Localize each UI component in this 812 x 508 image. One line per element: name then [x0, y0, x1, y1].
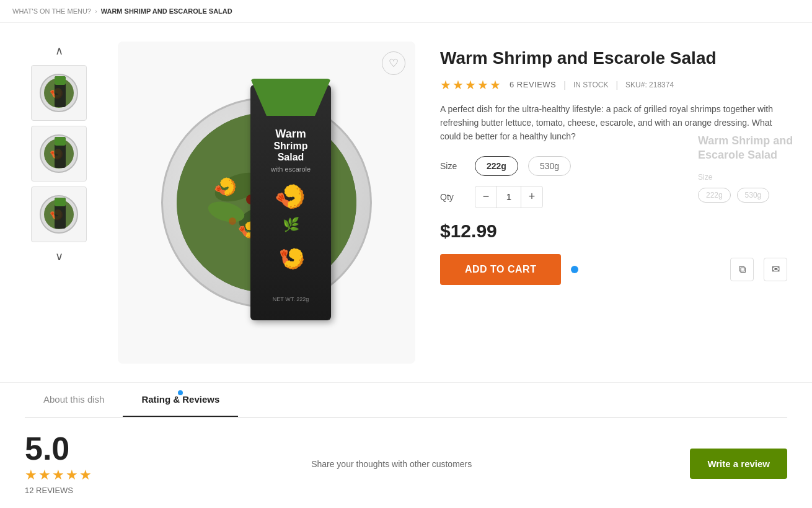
main-image: ♡ 🍤 🍤 🍤 — [118, 42, 415, 364]
size-222g-button[interactable]: 222g — [475, 156, 518, 176]
thumbnail-column: ∧ 🍤 🍤 🍤 — [25, 42, 93, 364]
tab-rating-dot — [178, 390, 183, 395]
thumb-down-button[interactable]: ∨ — [53, 247, 66, 266]
qty-label: Qty — [440, 192, 465, 202]
sidebar-title: Warm Shrimp and Escarole Salad — [698, 134, 802, 163]
sku: SKU#: 218374 — [625, 81, 674, 89]
breadcrumb-parent[interactable]: WHAT'S ON THE MENU? — [12, 7, 91, 15]
right-sidebar: Warm Shrimp and Escarole Salad Size 222g… — [688, 124, 812, 212]
sidebar-sizes: 222g 530g — [698, 188, 802, 203]
rating-stars: ★★★★★ — [25, 467, 93, 483]
tab-rating[interactable]: Rating & Reviews — [123, 383, 238, 417]
sidebar-size-222g: 222g — [698, 188, 731, 203]
product-title: Warm Shrimp and Escarole Salad — [440, 48, 787, 69]
thumb-up-button[interactable]: ∧ — [53, 42, 66, 60]
qty-decrease-button[interactable]: − — [475, 186, 496, 208]
breadcrumb-separator: › — [95, 7, 97, 15]
tabs-bar: About this dish Rating & Reviews — [25, 383, 787, 417]
share-prompt: Share your thoughts with other customers — [118, 459, 665, 469]
tab-about-label: About this dish — [43, 394, 104, 405]
tab-about[interactable]: About this dish — [25, 383, 123, 417]
add-to-cart-button[interactable]: Add To Cart — [440, 254, 561, 285]
thumbnail-3[interactable]: 🍤 — [31, 186, 87, 242]
svg-rect-4 — [55, 76, 66, 85]
rating-number: 5.0 — [25, 432, 93, 465]
rating-row: ★★★★★ 6 REVIEWS | IN STOCK | SKU#: 21837… — [440, 77, 787, 92]
product-package: Warm Shrimp Salad with escarole 🍤 🌿 🍤 NE… — [250, 85, 331, 320]
stock-status: IN STOCK — [573, 81, 608, 89]
tabs-section: About this dish Rating & Reviews — [0, 382, 812, 418]
overall-rating: 5.0 ★★★★★ 12 REVIEWS — [25, 432, 93, 495]
sidebar-size-label: Size — [698, 173, 802, 182]
svg-point-25 — [229, 217, 236, 225]
thumbnail-2[interactable]: 🍤 — [31, 126, 87, 182]
qty-value: 1 — [496, 186, 521, 208]
reviews-count[interactable]: 6 REVIEWS — [510, 80, 556, 89]
product-price: $12.99 — [440, 221, 787, 242]
thumbnail-1[interactable]: 🍤 — [31, 65, 87, 121]
write-review-button[interactable]: Write a review — [690, 449, 787, 479]
copy-button[interactable]: ⧉ — [730, 258, 754, 281]
size-label: Size — [440, 161, 465, 171]
cart-indicator-dot — [571, 266, 578, 273]
svg-rect-14 — [55, 198, 66, 206]
size-530g-button[interactable]: 530g — [528, 156, 571, 176]
reviews-total-count: 12 REVIEWS — [25, 486, 93, 495]
breadcrumb: WHAT'S ON THE MENU? › WARM SHRIMP AND ES… — [0, 0, 812, 23]
quantity-control: − 1 + — [475, 186, 543, 208]
share-email-button[interactable]: ✉ — [764, 258, 787, 281]
sidebar-size-530g: 530g — [737, 188, 770, 203]
cart-row: Add To Cart ⧉ ✉ — [440, 254, 787, 285]
reviews-section: 5.0 ★★★★★ 12 REVIEWS Share your thoughts… — [0, 418, 812, 508]
svg-rect-9 — [55, 137, 66, 146]
star-rating: ★★★★★ — [440, 77, 502, 92]
breadcrumb-current: WARM SHRIMP AND ESCAROLE SALAD — [101, 7, 232, 15]
tab-rating-label: Rating & Reviews — [141, 394, 219, 405]
product-image: 🍤 🍤 🍤 Warm Shrimp Salad with escarole � — [143, 66, 391, 339]
qty-increase-button[interactable]: + — [521, 186, 542, 208]
